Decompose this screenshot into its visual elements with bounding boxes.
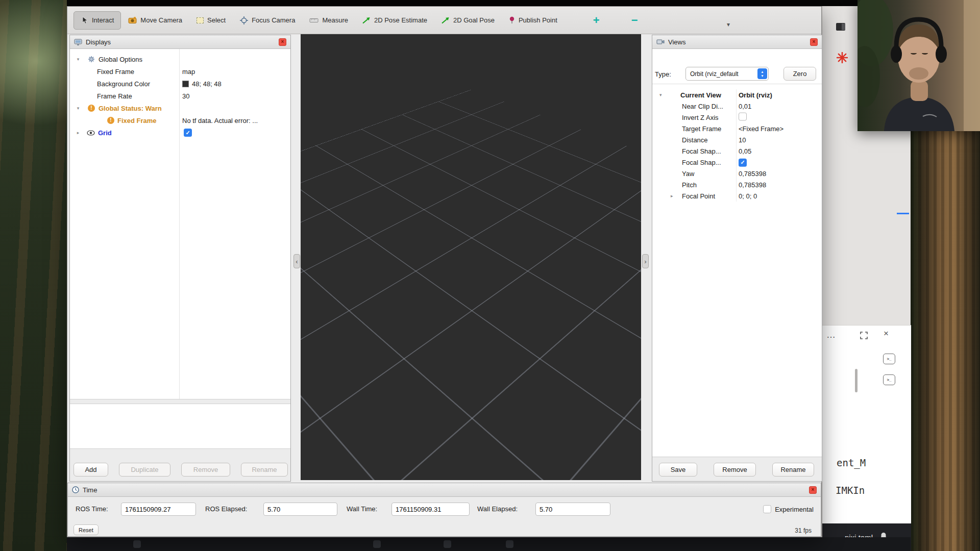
time-panel-header: Time × xyxy=(68,483,821,497)
toolbar-overflow-chevron-icon[interactable]: ▾ xyxy=(727,21,730,28)
wall-time-field[interactable] xyxy=(391,503,470,516)
focus-camera-icon xyxy=(240,16,248,24)
warning-icon: ! xyxy=(88,105,95,112)
dock-icon[interactable] xyxy=(444,540,451,548)
focal-shape-checkbox[interactable]: ✓ xyxy=(739,158,747,166)
tree-row-grid[interactable]: ▸ Grid ✓ xyxy=(70,127,290,139)
tree-row-invert-z[interactable]: Invert Z Axis xyxy=(652,112,822,123)
tree-row-focal-shape-fixed[interactable]: Focal Shap... ✓ xyxy=(652,157,822,168)
collapse-expander-icon[interactable]: ▾ xyxy=(75,106,82,111)
tree-row-global-options[interactable]: ▾ Global Options xyxy=(70,53,290,65)
remove-view-button[interactable]: Remove xyxy=(714,463,756,477)
close-time-button[interactable]: × xyxy=(809,486,817,494)
views-panel-header: Views × xyxy=(652,35,822,49)
tree-row-pitch[interactable]: Pitch 0,785398 xyxy=(652,179,822,190)
reset-time-button[interactable]: Reset xyxy=(74,524,99,535)
measure-icon xyxy=(309,17,318,23)
collapse-right-panel-handle[interactable]: › xyxy=(642,254,649,268)
tool-publish-point-button[interactable]: Publish Point xyxy=(502,11,565,30)
interact-icon xyxy=(81,16,88,24)
rename-view-button[interactable]: Rename xyxy=(772,463,814,477)
terminal-icon[interactable]: >_ xyxy=(883,354,895,364)
save-view-button[interactable]: Save xyxy=(659,463,697,477)
rviz-toolbar: Interact Move Camera Select Focus Camera… xyxy=(67,7,821,34)
tool-measure-button[interactable]: Measure xyxy=(302,11,355,30)
scrollbar-thumb[interactable] xyxy=(855,369,857,392)
3d-viewport[interactable] xyxy=(301,34,641,480)
expand-expander-icon[interactable]: ▸ xyxy=(671,193,673,198)
publish-point-icon xyxy=(509,16,515,24)
rename-display-button: Rename xyxy=(241,463,288,477)
terminal-output-text: ent_M xyxy=(837,457,866,468)
expand-expander-icon[interactable]: ▸ xyxy=(75,130,82,135)
wall-elapsed-field[interactable] xyxy=(535,503,610,516)
sidebar-toggle-icon[interactable] xyxy=(836,22,846,33)
experimental-checkbox[interactable] xyxy=(763,505,771,513)
tool-2d-pose-estimate-button[interactable]: 2D Pose Estimate xyxy=(355,11,434,30)
tree-row-global-status[interactable]: ▾ ! Global Status: Warn xyxy=(70,102,290,114)
tool-2d-goal-pose-button[interactable]: 2D Goal Pose xyxy=(434,11,502,30)
ros-time-label: ROS Time: xyxy=(76,503,108,516)
panel-title: Displays xyxy=(86,38,111,46)
dock-icon[interactable] xyxy=(373,540,381,548)
displays-tree: ▾ Global Options Fixed Frame map Backgro… xyxy=(70,49,290,399)
tree-row-background-color[interactable]: Background Color 48; 48; 48 xyxy=(70,78,290,90)
close-views-button[interactable]: × xyxy=(810,38,818,46)
editor-terminal-pane: … × >_ >_ ent_M IMKIn xyxy=(822,325,911,523)
tool-focus-camera-button[interactable]: Focus Camera xyxy=(233,11,302,30)
displays-button-row: Add Duplicate Remove Rename xyxy=(70,463,290,477)
select-icon xyxy=(197,17,204,23)
time-icon xyxy=(72,486,79,493)
collapse-expander-icon[interactable]: ▾ xyxy=(75,57,82,62)
tree-row-fixed-frame[interactable]: Fixed Frame map xyxy=(70,65,290,78)
zero-view-button[interactable]: Zero xyxy=(783,67,816,81)
close-icon[interactable]: × xyxy=(884,329,889,339)
tree-row-yaw[interactable]: Yaw 0,785398 xyxy=(652,168,822,179)
window-titlebar-strip xyxy=(67,0,857,6)
tree-row-near-clip[interactable]: Near Clip Di... 0,01 xyxy=(652,101,822,112)
close-displays-button[interactable]: × xyxy=(279,38,286,46)
tree-row-target-frame[interactable]: Target Frame <Fixed Frame> xyxy=(652,123,822,134)
warning-icon: ! xyxy=(107,117,114,124)
ros-elapsed-field[interactable] xyxy=(263,503,337,516)
remove-tool-button[interactable]: − xyxy=(626,14,643,27)
displays-panel-header: Displays × xyxy=(70,35,290,49)
time-panel: Time × ROS Time: ROS Elapsed: Wall Time:… xyxy=(67,483,821,537)
add-tool-button[interactable]: + xyxy=(588,14,605,27)
dock-icon[interactable] xyxy=(133,540,141,548)
ros-time-field[interactable] xyxy=(121,503,196,516)
views-icon xyxy=(656,39,665,45)
tree-row-distance[interactable]: Distance 10 xyxy=(652,134,822,145)
tree-row-current-view[interactable]: ▾ Current View Orbit (rviz) xyxy=(652,89,822,101)
pose-arrow-icon xyxy=(442,17,450,24)
view-type-row: Type: Orbit (rviz_default ▲▼ Zero xyxy=(652,49,822,84)
view-type-dropdown[interactable]: Orbit (rviz_default ▲▼ xyxy=(685,67,769,81)
grid-enabled-checkbox[interactable]: ✓ xyxy=(184,129,192,137)
tool-select-button[interactable]: Select xyxy=(189,11,233,30)
dock-icon[interactable] xyxy=(506,540,513,548)
grid-plane xyxy=(301,90,641,480)
tree-row-focal-point[interactable]: ▸ Focal Point 0; 0; 0 xyxy=(652,190,822,202)
collapse-left-panel-handle[interactable]: ‹ xyxy=(293,254,300,268)
expand-icon[interactable] xyxy=(860,332,868,341)
terminal-icon[interactable]: >_ xyxy=(883,374,895,385)
duplicate-display-button: Duplicate xyxy=(119,463,170,477)
asterisk-icon xyxy=(837,52,848,65)
tree-row-fixed-frame-warning[interactable]: ! Fixed Frame No tf data. Actual error: … xyxy=(70,114,290,127)
rviz-window: Interact Move Camera Select Focus Camera… xyxy=(67,6,822,537)
tool-interact-button[interactable]: Interact xyxy=(74,11,121,30)
move-camera-icon xyxy=(128,16,137,24)
tree-row-focal-shape-size[interactable]: Focal Shap... 0,05 xyxy=(652,145,822,157)
webcam-overlay[interactable] xyxy=(857,0,980,131)
displays-panel: Displays × ▾ Global Options Fixed Frame … xyxy=(69,35,291,482)
displays-icon xyxy=(74,39,82,45)
more-options-icon[interactable]: … xyxy=(826,330,837,340)
collapse-expander-icon[interactable]: ▾ xyxy=(659,92,662,97)
tree-row-frame-rate[interactable]: Frame Rate 30 xyxy=(70,90,290,102)
add-display-button[interactable]: Add xyxy=(74,463,108,477)
display-description-pane xyxy=(70,404,290,449)
text-selection-mark xyxy=(897,213,909,214)
invert-z-checkbox[interactable] xyxy=(739,113,747,121)
eye-icon xyxy=(87,130,95,136)
tool-move-camera-button[interactable]: Move Camera xyxy=(121,11,189,30)
